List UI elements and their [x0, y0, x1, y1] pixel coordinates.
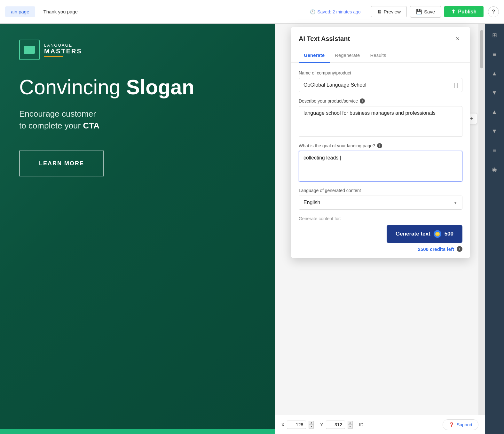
- x-decrement[interactable]: ▼: [309, 425, 314, 429]
- lp-logo: LANGUAGE MASTERS: [19, 40, 256, 60]
- x-input[interactable]: [287, 421, 306, 429]
- topbar: ain page Thank you page 🕐 Saved: 2 minut…: [0, 0, 504, 24]
- clock-icon: 🕐: [310, 9, 315, 14]
- tab-results[interactable]: Results: [365, 49, 391, 63]
- logo-underline: [44, 56, 63, 57]
- save-button[interactable]: 💾 Save: [410, 6, 441, 18]
- x-increment[interactable]: ▲: [309, 421, 314, 425]
- y-input[interactable]: [326, 421, 345, 429]
- tab-main-page[interactable]: ain page: [5, 6, 35, 17]
- tab-thank-you-page[interactable]: Thank you page: [38, 6, 84, 17]
- modal-tabs: Generate Regenerate Results: [291, 49, 470, 63]
- sidebar-scroll-up2[interactable]: ▲: [488, 105, 501, 118]
- service-info-icon[interactable]: i: [360, 98, 365, 104]
- sidebar-toggle[interactable]: ◉: [488, 163, 501, 176]
- panel-area: + AI Text Assistant × Generate Regenerat…: [275, 24, 485, 434]
- topbar-actions: 🖥 Preview 💾 Save ⬆ Publish ?: [371, 6, 499, 18]
- publish-icon: ⬆: [451, 9, 455, 15]
- language-field: Language of generated content English ▼: [299, 188, 462, 210]
- generate-text-button[interactable]: Generate text 🪙 500: [387, 225, 462, 243]
- save-icon: 💾: [416, 9, 422, 15]
- modal-header: AI Text Assistant ×: [291, 27, 470, 43]
- x-field: X ▲ ▼: [281, 421, 314, 429]
- lp-preview: LANGUAGE MASTERS Convincing Slogan Encou…: [0, 24, 275, 434]
- tab-regenerate[interactable]: Regenerate: [330, 49, 365, 63]
- service-textarea[interactable]: language school for business managers an…: [299, 106, 462, 135]
- sidebar-scroll-down2[interactable]: ▼: [488, 125, 501, 137]
- service-field: Describe your product/service i language…: [299, 98, 462, 137]
- lp-bottom-bar: [0, 429, 275, 434]
- y-stepper: ▲ ▼: [348, 421, 353, 429]
- language-value: English: [303, 200, 453, 205]
- chat-bubble-icon: [24, 46, 35, 54]
- language-label: Language of generated content: [299, 188, 462, 193]
- chevron-down-icon: ▼: [453, 200, 458, 205]
- generate-section: Generate text 🪙 500 2500 credits left i: [291, 225, 470, 258]
- x-stepper: ▲ ▼: [309, 421, 314, 429]
- logo-text: LANGUAGE MASTERS: [44, 43, 82, 57]
- company-input[interactable]: [299, 78, 450, 92]
- sidebar-menu-icon[interactable]: ≡: [488, 48, 501, 61]
- main-area: LANGUAGE MASTERS Convincing Slogan Encou…: [0, 24, 504, 434]
- tab-generate[interactable]: Generate: [299, 49, 330, 63]
- goal-field: What is the goal of your landing page? i…: [299, 143, 462, 182]
- company-field: Name of company/product |||: [299, 70, 462, 92]
- scrollbar[interactable]: [478, 24, 485, 434]
- scrollbar-thumb[interactable]: [480, 30, 483, 68]
- lp-subtext: Encourage customer to complete your CTA: [19, 108, 256, 131]
- credits-info-icon[interactable]: i: [457, 246, 462, 252]
- goal-info-icon[interactable]: i: [377, 143, 382, 148]
- lp-headline: Convincing Slogan: [19, 76, 256, 98]
- preview-button[interactable]: 🖥 Preview: [371, 6, 407, 17]
- question-icon: ❓: [449, 422, 454, 427]
- credits-row: 2500 credits left i: [418, 246, 462, 252]
- generate-for-label: Generate content for:: [299, 216, 462, 221]
- sidebar-scroll-down[interactable]: ▼: [488, 86, 501, 99]
- help-button[interactable]: ?: [488, 6, 499, 17]
- goal-textarea[interactable]: collecting leads |: [299, 151, 462, 180]
- modal-title: AI Text Assistant: [299, 35, 350, 43]
- right-sidebar: ⊞ ≡ ▲ ▼ ▲ ▼ ≡ ◉: [485, 24, 504, 434]
- y-increment[interactable]: ▲: [348, 421, 353, 425]
- company-input-row: |||: [299, 78, 462, 92]
- y-decrement[interactable]: ▼: [348, 425, 353, 429]
- id-field: ID: [359, 422, 364, 427]
- bars-icon: |||: [450, 82, 462, 89]
- publish-button[interactable]: ⬆ Publish: [444, 6, 484, 17]
- service-label: Describe your product/service i: [299, 98, 462, 104]
- modal-close-button[interactable]: ×: [453, 34, 462, 43]
- ai-text-assistant-modal: AI Text Assistant × Generate Regenerate …: [291, 27, 470, 258]
- lp-cta-button[interactable]: LEARN MORE: [19, 151, 104, 176]
- modal-body: Name of company/product ||| Describe you…: [291, 63, 470, 225]
- goal-textarea-wrap: collecting leads |: [299, 151, 462, 182]
- saved-status: 🕐 Saved: 2 minutes ago: [310, 9, 360, 14]
- sidebar-grid-icon[interactable]: ⊞: [488, 29, 501, 42]
- service-textarea-wrap: language school for business managers an…: [299, 106, 462, 137]
- monitor-icon: 🖥: [377, 9, 382, 14]
- goal-label: What is the goal of your landing page? i: [299, 143, 462, 148]
- company-label: Name of company/product: [299, 70, 462, 75]
- language-select[interactable]: English ▼: [299, 196, 462, 210]
- sidebar-bars-icon[interactable]: ≡: [488, 144, 501, 157]
- logo-icon: [19, 40, 40, 60]
- credits-left: 2500 credits left: [418, 246, 454, 252]
- credit-coin-icon: 🪙: [434, 230, 441, 238]
- bottom-bar: X ▲ ▼ Y ▲ ▼ ID ❓ Support: [275, 415, 485, 434]
- y-field: Y ▲ ▼: [320, 421, 352, 429]
- lp-content: LANGUAGE MASTERS Convincing Slogan Encou…: [0, 24, 275, 192]
- sidebar-scroll-up[interactable]: ▲: [488, 67, 501, 80]
- support-button[interactable]: ❓ Support: [443, 419, 478, 430]
